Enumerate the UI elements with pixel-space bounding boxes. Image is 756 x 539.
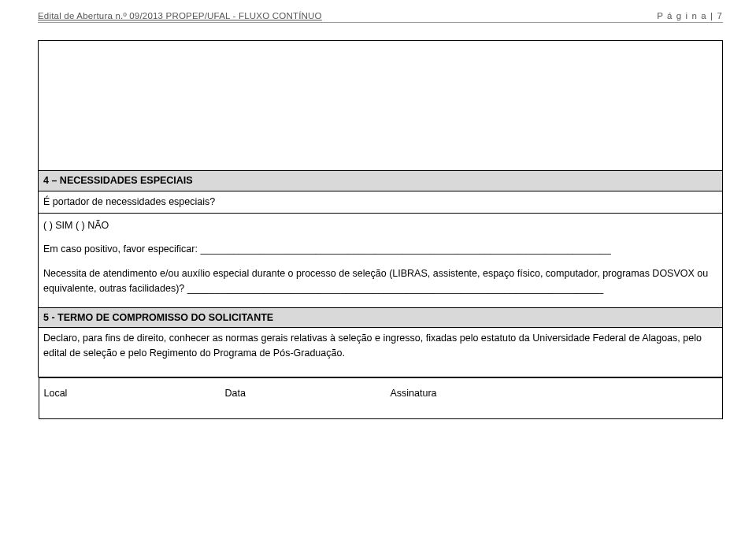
sig-data-label[interactable]: Data xyxy=(225,386,391,401)
page-header: Edital de Abertura n.º 09/2013 PROPEP/UF… xyxy=(38,11,723,23)
signature-row: Local Data Assinatura xyxy=(39,377,723,419)
section5-header: 5 - TERMO DE COMPROMISSO DO SOLICITANTE xyxy=(39,307,723,328)
section4-options[interactable]: ( ) SIM ( ) NÃO xyxy=(43,218,717,233)
page-root: Edital de Abertura n.º 09/2013 PROPEP/UF… xyxy=(0,0,756,539)
section4-body: ( ) SIM ( ) NÃO Em caso positivo, favor … xyxy=(39,213,723,307)
section5-declaration: Declaro, para fins de direito, conhecer … xyxy=(39,328,723,377)
form-area: 4 – NECESSIDADES ESPECIAIS É portador de… xyxy=(38,40,723,419)
section4-header: 4 – NECESSIDADES ESPECIAIS xyxy=(39,171,723,191)
header-right: P á g i n a | 7 xyxy=(657,11,723,20)
section4-question: É portador de necessidades especiais? xyxy=(39,191,723,213)
section4-desc[interactable]: Necessita de atendimento e/ou auxílio es… xyxy=(43,266,717,296)
sig-local-label[interactable]: Local xyxy=(44,386,225,401)
section4-spec-label[interactable]: Em caso positivo, favor especificar: ___… xyxy=(43,242,717,257)
form-table: 4 – NECESSIDADES ESPECIAIS É portador de… xyxy=(38,40,723,419)
sig-assinatura-label[interactable]: Assinatura xyxy=(391,386,717,401)
header-left: Edital de Abertura n.º 09/2013 PROPEP/UF… xyxy=(38,11,322,20)
blank-upper-cell xyxy=(39,41,723,171)
